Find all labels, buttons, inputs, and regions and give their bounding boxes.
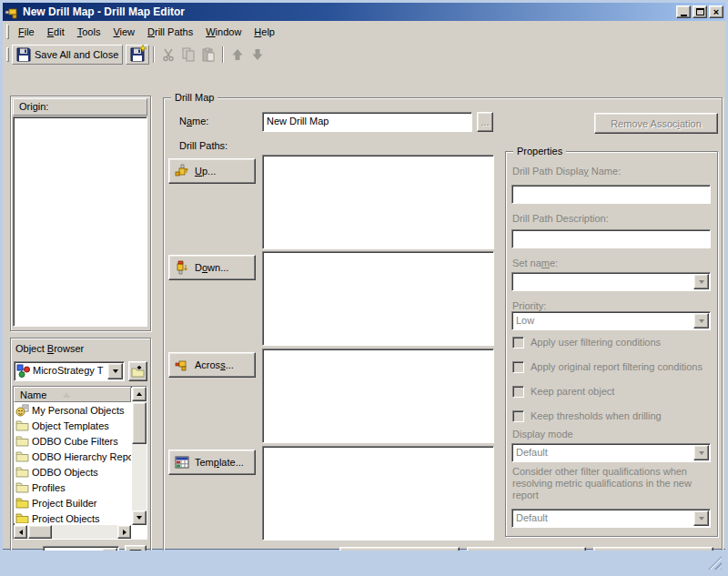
menu-edit[interactable]: Edit <box>41 25 71 39</box>
up-one-level-button[interactable] <box>128 361 147 381</box>
project-selector-combo[interactable]: MicroStrategy T <box>14 361 125 381</box>
minimize-button[interactable] <box>676 5 691 18</box>
resize-grip[interactable] <box>708 556 722 570</box>
scroll-down-button[interactable] <box>132 510 147 525</box>
folder-icon <box>15 419 29 431</box>
display-mode-dropdown-button[interactable] <box>693 445 709 460</box>
sort-ascending-icon <box>63 392 70 398</box>
cut-button[interactable] <box>158 45 178 65</box>
display-mode-label: Display mode <box>512 429 573 440</box>
list-item-project-objects[interactable]: Project Objects <box>14 510 131 523</box>
folder-icon <box>15 466 29 478</box>
other-filter-dropdown-button[interactable] <box>693 510 709 526</box>
template-drill-path-list[interactable] <box>262 446 494 541</box>
menu-tools[interactable]: Tools <box>71 25 107 39</box>
list-item-profiles[interactable]: Profiles <box>14 480 131 495</box>
priority-combo[interactable]: Low <box>511 311 711 330</box>
move-down-button[interactable] <box>248 45 268 65</box>
drill-across-icon <box>175 358 189 372</box>
client-area: File Edit Tools View Drill Paths Window … <box>3 21 725 550</box>
app-drill-icon <box>5 5 19 19</box>
close-icon: × <box>713 7 719 17</box>
maximize-button[interactable] <box>693 5 707 18</box>
scroll-right-button[interactable] <box>117 525 131 539</box>
checkbox[interactable] <box>512 361 524 373</box>
priority-dropdown-button[interactable] <box>693 313 709 328</box>
menu-window[interactable]: Window <box>199 25 248 39</box>
down-drill-path-list[interactable] <box>262 251 494 346</box>
triangle-up-icon <box>136 392 142 396</box>
toolbar-separator <box>222 46 224 63</box>
keep-parent-object-checkbox-row: Keep parent object <box>512 386 711 398</box>
minimize-icon <box>681 15 687 16</box>
set-name-dropdown-button[interactable] <box>693 274 709 289</box>
object-browser-list: Name My Personal Objects Object Template… <box>13 386 147 540</box>
up-drill-path-list[interactable] <box>262 155 494 249</box>
set-name-label: Set name: <box>512 258 558 268</box>
object-browser-title: Object Browser <box>15 343 84 354</box>
set-name-combo[interactable] <box>511 272 711 291</box>
checkbox[interactable] <box>512 410 524 422</box>
list-item-odbo-hierarchy-reports[interactable]: ODBO Hierarchy Repo <box>14 449 131 464</box>
save-all-and-close-button[interactable]: Save All and Close <box>12 45 123 65</box>
folder-up-icon <box>131 365 146 378</box>
paste-button[interactable] <box>198 45 218 65</box>
browse-button[interactable]: ... <box>477 112 493 132</box>
name-field[interactable]: New Drill Map <box>262 112 472 132</box>
menu-bar: File Edit Tools View Drill Paths Window … <box>3 23 725 41</box>
checkbox[interactable] <box>512 337 524 349</box>
scroll-up-button[interactable] <box>132 387 147 401</box>
close-button[interactable]: × <box>709 5 723 18</box>
chevron-down-icon <box>699 451 704 455</box>
other-filter-note: Consider other filter qualifications whe… <box>512 466 711 501</box>
display-mode-combo[interactable]: Default <box>511 443 711 462</box>
menu-drill-paths[interactable]: Drill Paths <box>141 25 199 39</box>
window-title: New Drill Map - Drill Map Editor <box>23 5 185 18</box>
up-button[interactable]: Up... <box>168 158 256 184</box>
vertical-scroll-thumb[interactable] <box>132 402 147 444</box>
move-up-button[interactable] <box>228 45 248 65</box>
title-bar: New Drill Map - Drill Map Editor × <box>3 3 725 21</box>
menu-file[interactable]: File <box>12 25 41 39</box>
folder-yellow-icon <box>15 512 29 523</box>
project-selector-value: MicroStrategy T <box>33 365 107 376</box>
menu-grip[interactable] <box>6 25 9 39</box>
description-field[interactable] <box>511 229 711 248</box>
across-button[interactable]: Across... <box>168 352 256 378</box>
horizontal-scroll-thumb[interactable] <box>28 525 52 539</box>
triangle-left-icon <box>19 530 23 535</box>
list-item-object-templates[interactable]: Object Templates <box>14 418 131 433</box>
down-button[interactable]: Down... <box>168 255 256 280</box>
list-item-my-personal-objects[interactable]: My Personal Objects <box>14 402 131 418</box>
copy-button[interactable] <box>178 45 198 65</box>
floppy-disk-new-icon <box>130 47 145 62</box>
toolbar-separator <box>153 46 155 63</box>
list-item-project-builder[interactable]: Project Builder <box>14 495 131 510</box>
drill-map-group-title: Drill Map <box>171 91 217 104</box>
origin-list[interactable] <box>13 116 147 327</box>
across-drill-path-list[interactable] <box>262 349 494 443</box>
checkbox[interactable] <box>512 386 524 398</box>
drill-paths-label: Drill Paths: <box>179 140 228 151</box>
template-button[interactable]: Template... <box>168 450 256 475</box>
folder-icon <box>15 450 29 462</box>
priority-label: Priority: <box>512 300 546 311</box>
project-selector-dropdown-button[interactable] <box>107 363 123 379</box>
other-filter-combo[interactable]: Default <box>511 509 711 528</box>
list-item-odbo-cube-filters[interactable]: ODBO Cube Filters <box>14 433 131 449</box>
remove-association-button[interactable]: Remove Association <box>594 113 718 134</box>
display-name-field[interactable] <box>511 185 711 204</box>
menu-help[interactable]: Help <box>248 25 281 39</box>
list-item-odbo-objects[interactable]: ODBO Objects <box>14 464 131 480</box>
display-name-label: Drill Path Display Name: <box>512 166 621 177</box>
origin-label: Origin: <box>19 101 48 112</box>
name-column-header[interactable]: Name <box>14 387 131 402</box>
toolbar-grip[interactable] <box>6 47 9 62</box>
copy-icon <box>181 47 196 62</box>
scroll-left-button[interactable] <box>14 525 27 539</box>
horizontal-scrollbar[interactable] <box>14 525 131 539</box>
vertical-scrollbar[interactable] <box>132 387 147 525</box>
menu-view[interactable]: View <box>106 25 141 39</box>
toolbar: Save All and Close <box>3 43 725 66</box>
save-as-new-button[interactable] <box>126 45 149 65</box>
